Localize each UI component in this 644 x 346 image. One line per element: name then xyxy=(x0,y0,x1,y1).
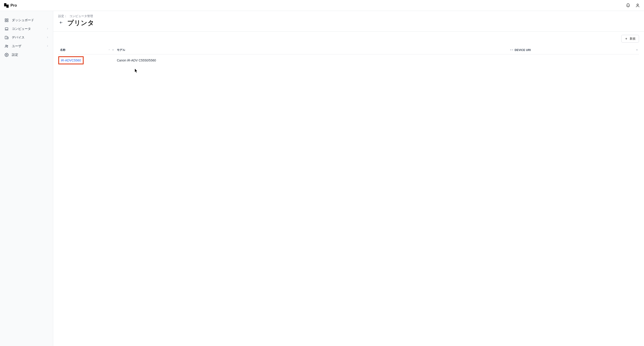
cell-device-uri xyxy=(513,54,639,67)
sort-asc-icon[interactable] xyxy=(108,49,110,52)
svg-rect-20 xyxy=(512,49,513,50)
svg-rect-8 xyxy=(5,36,7,39)
chevron-right-icon xyxy=(46,27,49,31)
brand-name: Pro xyxy=(10,3,17,8)
svg-rect-7 xyxy=(5,28,8,30)
svg-rect-5 xyxy=(5,21,6,22)
column-header-model[interactable]: モデル xyxy=(115,46,513,54)
sidebar: ダッシュボード コンピュータ デバイス xyxy=(0,11,53,346)
svg-rect-14 xyxy=(113,49,113,50)
laptop-icon xyxy=(4,27,9,31)
svg-rect-19 xyxy=(512,49,512,50)
cell-name: iR-ADVC5560 xyxy=(58,54,115,67)
svg-rect-15 xyxy=(113,49,114,50)
svg-rect-0 xyxy=(4,3,6,6)
chevron-right-icon xyxy=(46,44,49,48)
users-icon xyxy=(4,44,9,48)
sidebar-item-label: コンピュータ xyxy=(12,27,31,31)
sidebar-item-dashboard[interactable]: ダッシュボード xyxy=(0,16,53,25)
svg-point-10 xyxy=(6,45,6,46)
breadcrumb: 設定： コンピュータ管理 xyxy=(58,14,639,18)
column-header-name[interactable]: 名称 xyxy=(58,46,115,54)
brand-logo-icon xyxy=(4,3,9,8)
sidebar-item-label: 設定 xyxy=(12,53,18,57)
column-resize-handle-icon[interactable] xyxy=(512,49,514,52)
svg-rect-1 xyxy=(6,5,9,8)
cursor-icon xyxy=(135,69,138,74)
device-icon xyxy=(4,36,9,40)
printer-link[interactable]: iR-ADVC5560 xyxy=(61,59,81,62)
sidebar-item-label: ダッシュボード xyxy=(12,18,34,22)
svg-rect-22 xyxy=(636,49,637,50)
sidebar-item-settings[interactable]: 設定 xyxy=(0,51,53,59)
toolbar: 新規 xyxy=(53,32,644,46)
svg-rect-3 xyxy=(5,19,6,20)
svg-point-2 xyxy=(637,4,638,6)
dashboard-icon xyxy=(4,18,9,22)
page-title: プリンタ xyxy=(67,19,94,27)
new-button[interactable]: 新規 xyxy=(621,35,639,43)
notifications-icon[interactable] xyxy=(626,3,630,8)
sidebar-item-label: デバイス xyxy=(12,36,24,40)
gear-icon xyxy=(4,53,9,57)
new-button-label: 新規 xyxy=(630,37,636,41)
svg-point-11 xyxy=(7,45,8,46)
svg-rect-6 xyxy=(7,21,8,22)
table: 名称 モデル xyxy=(53,46,644,66)
sidebar-item-devices[interactable]: デバイス xyxy=(0,33,53,42)
column-resize-handle-icon[interactable] xyxy=(636,49,638,52)
chevron-right-icon xyxy=(46,36,49,39)
svg-point-12 xyxy=(6,54,7,56)
svg-rect-17 xyxy=(511,49,511,50)
plus-icon xyxy=(625,37,628,40)
sidebar-item-computers[interactable]: コンピュータ xyxy=(0,25,53,33)
sidebar-item-label: ユーザ xyxy=(12,44,22,48)
sidebar-item-users[interactable]: ユーザ xyxy=(0,42,53,51)
back-button[interactable] xyxy=(58,20,64,27)
breadcrumb-part[interactable]: コンピュータ管理 xyxy=(69,14,93,18)
topbar: Pro xyxy=(0,0,644,11)
highlight-annotation: iR-ADVC5560 xyxy=(58,56,84,64)
breadcrumb-part: 設定： xyxy=(58,14,67,18)
svg-rect-24 xyxy=(637,49,638,50)
svg-rect-13 xyxy=(112,49,113,50)
svg-rect-18 xyxy=(511,49,511,50)
page-header: 設定： コンピュータ管理 プリンタ xyxy=(53,11,644,32)
brand: Pro xyxy=(4,3,17,8)
column-resize-handle-icon[interactable] xyxy=(112,49,114,52)
svg-rect-4 xyxy=(7,19,8,20)
user-icon[interactable] xyxy=(635,3,640,8)
svg-rect-21 xyxy=(513,49,513,50)
main: 設定： コンピュータ管理 プリンタ 新規 xyxy=(53,11,644,346)
svg-rect-9 xyxy=(7,37,8,39)
svg-rect-23 xyxy=(637,49,637,50)
column-header-device-uri[interactable]: DEVICE URI xyxy=(513,46,639,54)
table-row[interactable]: iR-ADVC5560 Canon iR-ADV C5550/5560 xyxy=(58,54,639,67)
svg-rect-16 xyxy=(510,49,510,50)
cell-model: Canon iR-ADV C5550/5560 xyxy=(115,54,513,67)
